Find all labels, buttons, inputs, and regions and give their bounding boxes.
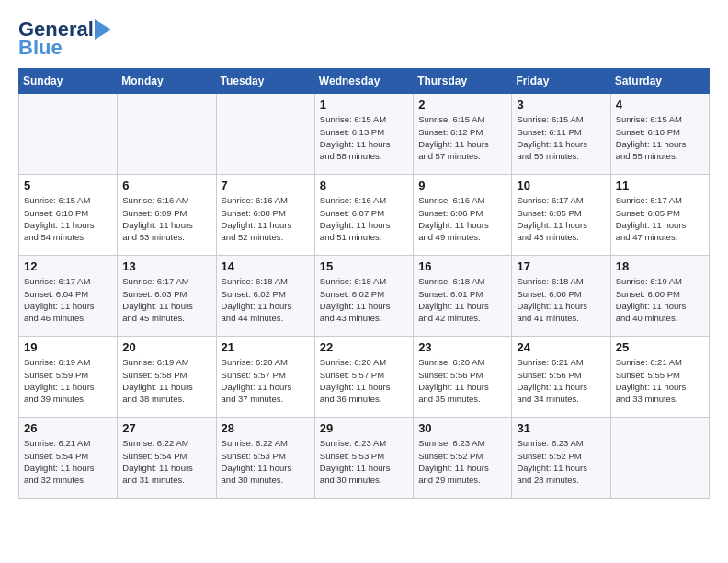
day-info: Sunrise: 6:20 AM Sunset: 5:57 PM Dayligh…	[222, 356, 310, 405]
day-number: 13	[122, 259, 210, 273]
calendar-cell: 12Sunrise: 6:17 AM Sunset: 6:04 PM Dayli…	[19, 256, 118, 337]
day-number: 18	[616, 259, 704, 273]
day-number: 26	[24, 421, 112, 435]
calendar-cell: 14Sunrise: 6:18 AM Sunset: 6:02 PM Dayli…	[216, 256, 314, 337]
day-number: 21	[222, 340, 310, 354]
svg-marker-0	[95, 19, 111, 40]
day-number: 5	[24, 178, 112, 192]
calendar-cell: 4Sunrise: 6:15 AM Sunset: 6:10 PM Daylig…	[610, 94, 709, 175]
calendar-cell: 21Sunrise: 6:20 AM Sunset: 5:57 PM Dayli…	[216, 337, 314, 418]
calendar-cell: 16Sunrise: 6:18 AM Sunset: 6:01 PM Dayli…	[414, 256, 512, 337]
day-info: Sunrise: 6:23 AM Sunset: 5:52 PM Dayligh…	[418, 437, 506, 486]
day-number: 25	[616, 340, 704, 354]
day-number: 24	[517, 340, 605, 354]
day-number: 8	[320, 178, 408, 192]
day-info: Sunrise: 6:18 AM Sunset: 6:00 PM Dayligh…	[517, 275, 605, 324]
day-number: 15	[320, 259, 408, 273]
header-day-wednesday: Wednesday	[314, 69, 413, 94]
day-number: 20	[122, 340, 210, 354]
day-info: Sunrise: 6:20 AM Sunset: 5:57 PM Dayligh…	[320, 356, 408, 405]
day-info: Sunrise: 6:22 AM Sunset: 5:53 PM Dayligh…	[222, 437, 310, 486]
day-info: Sunrise: 6:19 AM Sunset: 6:00 PM Dayligh…	[616, 275, 704, 324]
calendar-cell	[216, 94, 314, 175]
day-number: 27	[122, 421, 210, 435]
calendar-cell: 7Sunrise: 6:16 AM Sunset: 6:08 PM Daylig…	[216, 175, 314, 256]
day-number: 6	[122, 178, 210, 192]
calendar-cell: 31Sunrise: 6:23 AM Sunset: 5:52 PM Dayli…	[512, 418, 610, 499]
calendar-cell: 10Sunrise: 6:17 AM Sunset: 6:05 PM Dayli…	[512, 175, 610, 256]
calendar-cell	[19, 94, 118, 175]
calendar-cell: 19Sunrise: 6:19 AM Sunset: 5:59 PM Dayli…	[19, 337, 118, 418]
calendar-week-5: 26Sunrise: 6:21 AM Sunset: 5:54 PM Dayli…	[19, 418, 710, 499]
calendar-week-2: 5Sunrise: 6:15 AM Sunset: 6:10 PM Daylig…	[19, 175, 710, 256]
day-number: 19	[24, 340, 112, 354]
day-info: Sunrise: 6:16 AM Sunset: 6:09 PM Dayligh…	[122, 194, 210, 243]
header-row: SundayMondayTuesdayWednesdayThursdayFrid…	[19, 69, 710, 94]
calendar-cell	[610, 418, 709, 499]
day-number: 29	[320, 421, 408, 435]
calendar-cell: 2Sunrise: 6:15 AM Sunset: 6:12 PM Daylig…	[414, 94, 512, 175]
day-info: Sunrise: 6:20 AM Sunset: 5:56 PM Dayligh…	[418, 356, 506, 405]
calendar-cell: 26Sunrise: 6:21 AM Sunset: 5:54 PM Dayli…	[19, 418, 118, 499]
day-number: 7	[222, 178, 310, 192]
header-day-tuesday: Tuesday	[216, 69, 314, 94]
day-info: Sunrise: 6:21 AM Sunset: 5:54 PM Dayligh…	[24, 437, 112, 486]
calendar-cell: 8Sunrise: 6:16 AM Sunset: 6:07 PM Daylig…	[314, 175, 413, 256]
logo: General Blue	[18, 18, 111, 59]
calendar-cell: 6Sunrise: 6:16 AM Sunset: 6:09 PM Daylig…	[118, 175, 216, 256]
day-info: Sunrise: 6:18 AM Sunset: 6:01 PM Dayligh…	[418, 275, 506, 324]
day-info: Sunrise: 6:16 AM Sunset: 6:08 PM Dayligh…	[222, 194, 310, 243]
day-info: Sunrise: 6:17 AM Sunset: 6:05 PM Dayligh…	[616, 194, 704, 243]
day-info: Sunrise: 6:15 AM Sunset: 6:12 PM Dayligh…	[418, 113, 506, 162]
calendar-cell: 17Sunrise: 6:18 AM Sunset: 6:00 PM Dayli…	[512, 256, 610, 337]
day-number: 10	[517, 178, 605, 192]
calendar-cell: 22Sunrise: 6:20 AM Sunset: 5:57 PM Dayli…	[314, 337, 413, 418]
day-info: Sunrise: 6:15 AM Sunset: 6:10 PM Dayligh…	[616, 113, 704, 162]
calendar-cell	[118, 94, 216, 175]
calendar-table: SundayMondayTuesdayWednesdayThursdayFrid…	[18, 68, 710, 499]
calendar-week-4: 19Sunrise: 6:19 AM Sunset: 5:59 PM Dayli…	[19, 337, 710, 418]
day-info: Sunrise: 6:21 AM Sunset: 5:55 PM Dayligh…	[616, 356, 704, 405]
day-info: Sunrise: 6:15 AM Sunset: 6:10 PM Dayligh…	[24, 194, 112, 243]
day-number: 22	[320, 340, 408, 354]
day-number: 9	[418, 178, 506, 192]
calendar-week-1: 1Sunrise: 6:15 AM Sunset: 6:13 PM Daylig…	[19, 94, 710, 175]
day-number: 17	[517, 259, 605, 273]
calendar-cell: 28Sunrise: 6:22 AM Sunset: 5:53 PM Dayli…	[216, 418, 314, 499]
day-info: Sunrise: 6:16 AM Sunset: 6:07 PM Dayligh…	[320, 194, 408, 243]
day-number: 31	[517, 421, 605, 435]
logo-blue: Blue	[18, 37, 63, 59]
calendar-body: 1Sunrise: 6:15 AM Sunset: 6:13 PM Daylig…	[19, 94, 710, 499]
day-number: 23	[418, 340, 506, 354]
day-info: Sunrise: 6:18 AM Sunset: 6:02 PM Dayligh…	[320, 275, 408, 324]
day-number: 28	[222, 421, 310, 435]
day-info: Sunrise: 6:21 AM Sunset: 5:56 PM Dayligh…	[517, 356, 605, 405]
day-info: Sunrise: 6:23 AM Sunset: 5:53 PM Dayligh…	[320, 437, 408, 486]
day-number: 4	[616, 98, 704, 111]
calendar-cell: 30Sunrise: 6:23 AM Sunset: 5:52 PM Dayli…	[414, 418, 512, 499]
logo-arrow-icon	[95, 19, 111, 40]
day-info: Sunrise: 6:17 AM Sunset: 6:05 PM Dayligh…	[517, 194, 605, 243]
day-info: Sunrise: 6:23 AM Sunset: 5:52 PM Dayligh…	[517, 437, 605, 486]
header-day-thursday: Thursday	[414, 69, 512, 94]
day-info: Sunrise: 6:22 AM Sunset: 5:54 PM Dayligh…	[122, 437, 210, 486]
page-header: General Blue	[18, 18, 710, 59]
calendar-cell: 1Sunrise: 6:15 AM Sunset: 6:13 PM Daylig…	[314, 94, 413, 175]
header-day-monday: Monday	[118, 69, 216, 94]
day-number: 11	[616, 178, 704, 192]
calendar-cell: 11Sunrise: 6:17 AM Sunset: 6:05 PM Dayli…	[610, 175, 709, 256]
day-number: 3	[517, 98, 605, 111]
day-info: Sunrise: 6:15 AM Sunset: 6:11 PM Dayligh…	[517, 113, 605, 162]
calendar-cell: 25Sunrise: 6:21 AM Sunset: 5:55 PM Dayli…	[610, 337, 709, 418]
calendar-header: SundayMondayTuesdayWednesdayThursdayFrid…	[19, 69, 710, 94]
day-number: 2	[418, 98, 506, 111]
calendar-cell: 18Sunrise: 6:19 AM Sunset: 6:00 PM Dayli…	[610, 256, 709, 337]
day-number: 14	[222, 259, 310, 273]
calendar-cell: 23Sunrise: 6:20 AM Sunset: 5:56 PM Dayli…	[414, 337, 512, 418]
calendar-cell: 13Sunrise: 6:17 AM Sunset: 6:03 PM Dayli…	[118, 256, 216, 337]
calendar-cell: 29Sunrise: 6:23 AM Sunset: 5:53 PM Dayli…	[314, 418, 413, 499]
day-number: 12	[24, 259, 112, 273]
day-info: Sunrise: 6:19 AM Sunset: 5:58 PM Dayligh…	[122, 356, 210, 405]
calendar-cell: 3Sunrise: 6:15 AM Sunset: 6:11 PM Daylig…	[512, 94, 610, 175]
day-number: 1	[320, 98, 408, 111]
